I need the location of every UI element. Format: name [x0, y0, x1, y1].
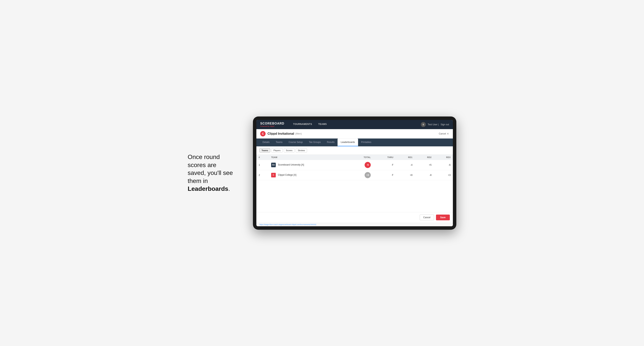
url-bar: https://stage-blue-coach.stagescoerboard… — [256, 223, 453, 226]
tab-leaderboards[interactable]: Leaderboards — [338, 139, 358, 146]
filter-teams[interactable]: Teams — [260, 148, 270, 153]
tournament-icon: C — [260, 131, 266, 136]
tournament-cancel[interactable]: Cancel ✕ — [439, 132, 449, 135]
left-description: Once round scores are saved, you'll see … — [188, 153, 242, 193]
user-avatar: S — [421, 122, 426, 127]
tablet-device: SCOREBOARD Powered by clippd TOURNAMENTS… — [253, 117, 456, 230]
team-name-1: Scoreboard University [A] — [278, 164, 304, 166]
team-1: SU Scoreboard University [A] — [269, 160, 348, 170]
filter-row: Teams Players Scores Strokes — [256, 146, 453, 155]
filter-players[interactable]: Players — [271, 148, 283, 153]
cancel-button[interactable]: Cancel — [420, 215, 434, 220]
nav-tournaments[interactable]: TOURNAMENTS — [290, 120, 315, 129]
thru-2: F — [373, 170, 396, 180]
total-1: -5 — [348, 160, 373, 170]
total-2: +3 — [348, 170, 373, 180]
rank-1: 1 — [256, 160, 269, 170]
tournament-title: Clippd Invitational — [268, 132, 294, 136]
left-line5-bold: Leaderboards — [188, 185, 228, 192]
table-row: 1 SU Scoreboard University [A] -5 F -4 +… — [256, 160, 453, 170]
left-line2: scores are — [188, 162, 216, 169]
left-line1: Once round — [188, 154, 220, 160]
col-team: TEAM — [269, 155, 348, 160]
sub-tabs: Details Teams Course Setup Tee Groups Re… — [256, 139, 453, 146]
nav-right: S Test User | Sign out — [421, 122, 449, 127]
logo-sub-prefix: Powered by — [260, 125, 270, 127]
table-row: 2 C Clippd College [A] +3 F +8 -8 +3 — [256, 170, 453, 180]
col-rd1: RD1 — [396, 155, 415, 160]
tab-teams[interactable]: Teams — [273, 139, 286, 146]
rd2-1: +5 — [415, 160, 434, 170]
team-name-2: Clippd College [A] — [278, 173, 296, 176]
rd1-1: -4 — [396, 160, 415, 170]
left-line4: them in — [188, 177, 208, 184]
score-badge-2: +3 — [364, 172, 371, 178]
table-header-row: # TEAM TOTAL THRU RD1 RD2 RD3 — [256, 155, 453, 160]
logo-subtitle: Powered by clippd — [260, 125, 284, 127]
bottom-bar: Cancel Save — [256, 212, 453, 223]
team-2: C Clippd College [A] — [269, 170, 348, 180]
filter-scores[interactable]: Scores — [284, 148, 294, 153]
rd2-2: -8 — [415, 170, 434, 180]
col-rank: # — [256, 155, 269, 160]
cancel-x-icon: ✕ — [447, 132, 449, 135]
col-total: TOTAL — [348, 155, 373, 160]
nav-teams[interactable]: TEAMS — [315, 120, 330, 129]
logo-brand: clippd — [270, 125, 274, 127]
tab-results[interactable]: Results — [324, 139, 338, 146]
top-nav: SCOREBOARD Powered by clippd TOURNAMENTS… — [256, 120, 453, 129]
rd1-2: +8 — [396, 170, 415, 180]
rd3-2: +3 — [434, 170, 453, 180]
cancel-label: Cancel — [439, 132, 446, 135]
tournament-subtitle: (Men) — [295, 132, 302, 135]
thru-1: F — [373, 160, 396, 170]
filter-strokes[interactable]: Strokes — [296, 148, 307, 153]
col-rd3: RD3 — [434, 155, 453, 160]
logo-area: SCOREBOARD Powered by clippd — [260, 122, 284, 127]
tournament-header: C Clippd Invitational (Men) Cancel ✕ — [256, 129, 453, 139]
logo-text: SCOREBOARD — [260, 122, 284, 125]
tablet-screen: SCOREBOARD Powered by clippd TOURNAMENTS… — [256, 120, 453, 226]
col-rd2: RD2 — [415, 155, 434, 160]
left-line3: saved, you'll see — [188, 169, 233, 176]
rank-2: 2 — [256, 170, 269, 180]
nav-user-name: Test User | — [428, 123, 439, 126]
tab-details[interactable]: Details — [260, 139, 273, 146]
rd3-1: -6 — [434, 160, 453, 170]
content-area: # TEAM TOTAL THRU RD1 RD2 RD3 1 — [256, 155, 453, 212]
col-thru: THRU — [373, 155, 396, 160]
tab-course-setup[interactable]: Course Setup — [286, 139, 306, 146]
save-button[interactable]: Save — [436, 215, 450, 220]
leaderboard-table: # TEAM TOTAL THRU RD1 RD2 RD3 1 — [256, 155, 453, 180]
nav-links: TOURNAMENTS TEAMS — [290, 120, 421, 129]
team-logo-2: C — [271, 173, 276, 177]
tab-tee-groups[interactable]: Tee Groups — [306, 139, 324, 146]
team-logo-1: SU — [271, 163, 276, 167]
nav-signout[interactable]: Sign out — [440, 123, 449, 126]
score-badge-1: -5 — [364, 162, 371, 168]
left-period: . — [228, 185, 230, 192]
tab-printables[interactable]: Printables — [358, 139, 374, 146]
